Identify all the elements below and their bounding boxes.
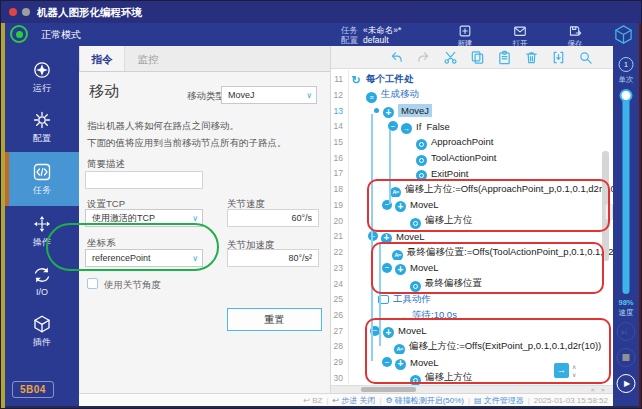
window-close-icon[interactable] bbox=[9, 8, 17, 16]
tree-row[interactable]: 29 − + MoveL bbox=[331, 354, 613, 370]
speed-label: 速度 bbox=[619, 308, 634, 318]
waypoint-icon bbox=[410, 213, 421, 229]
tree-connector-line bbox=[389, 130, 391, 204]
description-line-1: 指出机器人将如何在路点之间移动。 bbox=[87, 120, 239, 133]
single-run-label: 单次 bbox=[619, 75, 634, 85]
tree-row[interactable]: 17 ExitPoint bbox=[331, 165, 613, 181]
reset-button[interactable]: 重置 bbox=[227, 308, 322, 331]
sidebar-items: 运行 配置 任务 操作 I/O 插件 bbox=[5, 52, 79, 356]
brief-desc-input[interactable] bbox=[85, 171, 203, 189]
status-item: 2025-01-03 15:58:52 bbox=[534, 396, 608, 405]
tree-row[interactable]: 13 + MoveJ bbox=[331, 103, 613, 119]
status-item[interactable]: ↩ BZ bbox=[303, 396, 322, 405]
run-target-icon bbox=[32, 60, 52, 80]
step-button[interactable]: ▶▏ bbox=[617, 322, 636, 341]
joint-speed-input[interactable]: 60°/s bbox=[227, 209, 319, 227]
frame-select[interactable]: referencePoint bbox=[85, 249, 203, 267]
tree-row[interactable]: 22 A= 最终偏移位置:=Offs(ToolActionPoint_p,0.1… bbox=[331, 244, 613, 260]
tree-row[interactable]: 26 → 等待:10.0s bbox=[331, 307, 613, 323]
move-icon: + bbox=[395, 354, 406, 370]
joint-accel-input[interactable]: 80°/s² bbox=[227, 249, 319, 267]
sidebar-item-config[interactable]: 配置 bbox=[5, 102, 79, 152]
scroll-up-icon[interactable]: ∧ bbox=[572, 363, 576, 370]
paste-icon[interactable] bbox=[497, 50, 512, 65]
save-file-icon bbox=[568, 24, 582, 38]
sidebar-item-plugin[interactable]: 插件 bbox=[5, 306, 79, 356]
tree-row[interactable]: 25 工具动作 bbox=[331, 291, 613, 307]
move-icon: + bbox=[395, 197, 406, 213]
move-icon: + bbox=[381, 228, 392, 244]
tree-row[interactable]: 24 最终偏移位置 bbox=[331, 276, 613, 292]
settings-gear-icon bbox=[32, 110, 52, 130]
undo-icon[interactable] bbox=[389, 50, 404, 65]
task-value: «未命名»* bbox=[363, 25, 401, 35]
collapse-minus-icon[interactable]: − bbox=[382, 263, 392, 273]
cut-icon[interactable] bbox=[443, 50, 458, 65]
sidebar: 运行 配置 任务 操作 I/O 插件 5B04 bbox=[5, 46, 79, 409]
tree-row[interactable]: 16 ToolActionPoint bbox=[331, 150, 613, 166]
sidebar-item-io[interactable]: I/O bbox=[5, 256, 79, 306]
delete-icon[interactable] bbox=[524, 50, 539, 65]
collapse-minus-icon[interactable]: − bbox=[368, 231, 378, 241]
tree-row[interactable]: 27 − + MoveL bbox=[331, 323, 613, 339]
use-joint-angle-checkbox[interactable] bbox=[87, 278, 98, 289]
run-control-bar: 1 单次 98% 速度 ▶▏ ▶ bbox=[613, 46, 639, 409]
tree-horizontal-scrollbar[interactable]: < > bbox=[331, 385, 613, 393]
stop-icon bbox=[623, 354, 630, 361]
program-tree-panel: 11 ↻ 每个工件处 12 ≡ 生成移动 13 + MoveJ 14 − → I… bbox=[331, 46, 613, 393]
status-item[interactable]: ▤ 文件管理器 bbox=[474, 395, 524, 406]
sidebar-item-task[interactable]: 任务 bbox=[5, 152, 79, 206]
window-minimize-icon[interactable] bbox=[22, 8, 30, 16]
wait-icon: → bbox=[396, 307, 408, 323]
tree-row[interactable]: 14 − → If False bbox=[331, 118, 613, 134]
tree-row[interactable]: 12 ≡ 生成移动 bbox=[331, 87, 613, 103]
title-bar: 机器人图形化编程环境 bbox=[1, 1, 642, 23]
tree-row[interactable]: 19 − + MoveL bbox=[331, 197, 613, 213]
status-item[interactable]: ↩ 步进 关闭 bbox=[332, 395, 375, 406]
stop-button[interactable] bbox=[617, 348, 636, 367]
tree-row[interactable]: 21 − + MoveL bbox=[331, 228, 613, 244]
play-button[interactable]: ▶ bbox=[617, 374, 636, 393]
insert-icon[interactable] bbox=[551, 50, 566, 65]
tab-monitor[interactable]: 监控 bbox=[125, 46, 171, 71]
window-title: 机器人图形化编程环境 bbox=[37, 1, 142, 23]
io-sync-icon bbox=[32, 265, 52, 285]
tab-command[interactable]: 指令 bbox=[79, 46, 125, 71]
file-manager-icon: ▤ bbox=[474, 396, 482, 405]
horizontal-scroll-thumb[interactable] bbox=[361, 387, 416, 392]
scroll-next-button[interactable]: → bbox=[554, 363, 569, 378]
status-item[interactable]: ⚙ 碰撞检测开启(50%) bbox=[385, 395, 464, 406]
tree-row[interactable]: 11 ↻ 每个工件处 bbox=[331, 71, 613, 87]
sidebar-item-run[interactable]: 运行 bbox=[5, 52, 79, 102]
status-bar: ↩ BZ| ↩ 步进 关闭| ⚙ 碰撞检测开启(50%)| ▤ 文件管理器| 2… bbox=[79, 393, 613, 406]
config-value: default bbox=[363, 35, 389, 45]
search-icon[interactable] bbox=[578, 50, 593, 65]
page-title: 移动 bbox=[89, 82, 119, 101]
single-run-icon[interactable]: 1 bbox=[619, 57, 634, 72]
speed-slider-knob[interactable] bbox=[620, 89, 633, 102]
speed-slider-track[interactable] bbox=[623, 92, 630, 294]
mode-label: 正常模式 bbox=[41, 23, 81, 46]
copy-icon[interactable] bbox=[470, 50, 485, 65]
collapse-minus-icon[interactable]: − bbox=[382, 357, 392, 367]
tree-row[interactable]: 30 偏移上方位 bbox=[331, 370, 613, 386]
tree-row[interactable]: 20 偏移上方位 bbox=[331, 213, 613, 229]
tree-row[interactable]: 18 A= 偏移上方位:=Offs(ApproachPoint_p,0.1,0.… bbox=[331, 181, 613, 197]
move-type-label: 移动类型 bbox=[187, 90, 225, 103]
task-config-meta: 任务«未命名»* 配置default bbox=[341, 25, 401, 45]
tree-connector-line bbox=[371, 114, 373, 361]
sidebar-item-jog[interactable]: 操作 bbox=[5, 206, 79, 256]
tree-row[interactable]: 23 − + MoveL bbox=[331, 260, 613, 276]
scroll-down-icon[interactable]: ∨ bbox=[572, 371, 576, 378]
move-type-select[interactable]: MoveJ bbox=[221, 86, 317, 104]
tree-row[interactable]: 15 ApproachPoint bbox=[331, 134, 613, 150]
brand-cube-icon bbox=[613, 24, 634, 45]
tree-row[interactable]: 28 A= 偏移上方位:=Offs(ExitPoint_p,0.1,0.1,d2… bbox=[331, 338, 613, 354]
move-icon: + bbox=[383, 103, 394, 119]
move-icon: + bbox=[395, 260, 406, 276]
tree-toolbar bbox=[331, 46, 613, 69]
collapse-panel-handle[interactable]: ‹ bbox=[605, 204, 613, 220]
assign-icon: A= bbox=[390, 181, 401, 197]
tcp-select[interactable]: 使用激活的TCP bbox=[85, 209, 203, 227]
redo-icon[interactable] bbox=[416, 50, 431, 65]
